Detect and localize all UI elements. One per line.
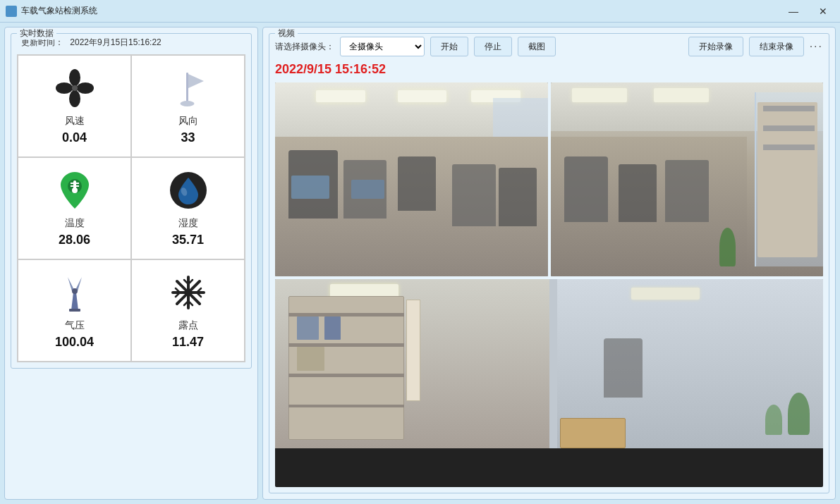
svg-point-3: [69, 90, 80, 107]
humidity-value: 35.71: [172, 233, 204, 247]
stop-button[interactable]: 停止: [474, 37, 512, 56]
window-controls: — ✕: [779, 0, 837, 23]
app-icon: [6, 6, 17, 17]
update-time-value: 2022年9月15日15:16:22: [70, 37, 161, 47]
temperature-value: 28.06: [59, 233, 90, 247]
sensor-humidity: 湿度 35.71: [131, 157, 245, 259]
svg-point-8: [180, 101, 194, 106]
sensor-wind-direction: 风向 33: [131, 55, 245, 157]
close-button[interactable]: ✕: [809, 1, 837, 21]
temperature-label: 温度: [65, 217, 85, 230]
main-content: 实时数据 更新时间： 2022年9月15日15:16:22: [0, 23, 840, 504]
fan-icon: [54, 67, 96, 109]
left-panel: 实时数据 更新时间： 2022年9月15日15:16:22: [4, 27, 258, 500]
svg-marker-16: [71, 293, 78, 310]
svg-point-4: [56, 82, 73, 94]
screenshot-button[interactable]: 截图: [518, 37, 556, 56]
end-record-button[interactable]: 结束录像: [749, 37, 804, 56]
svg-marker-7: [188, 74, 204, 88]
title-bar: 车载气象站检测系统 — ✕: [0, 0, 840, 23]
window-title: 车载气象站检测系统: [21, 5, 97, 17]
wind-direction-label: 风向: [178, 115, 198, 128]
sensor-wind-speed: 风速 0.04: [18, 55, 131, 157]
sensor-temperature: 温度 28.06: [18, 157, 131, 259]
dewpoint-value: 11.47: [172, 335, 204, 350]
humidity-icon: [167, 169, 209, 211]
svg-point-5: [72, 85, 78, 91]
video-timestamp: 2022/9/15 15:16:52: [275, 62, 823, 77]
camera-feed-3: [275, 279, 823, 487]
video-controls: 请选择摄像头： 全摄像头 摄像头1 摄像头2 摄像头3 开始 停止 截图 开始录…: [275, 37, 823, 56]
pressure-value: 100.04: [55, 335, 94, 350]
sensor-pressure: 气压 100.04: [18, 259, 131, 362]
camera-dropdown[interactable]: 全摄像头 摄像头1 摄像头2 摄像头3: [340, 37, 425, 56]
video-title: 视频: [275, 27, 298, 39]
minimize-button[interactable]: —: [779, 1, 808, 21]
pressure-label: 气压: [65, 319, 85, 332]
svg-point-19: [72, 288, 78, 294]
sensor-dewpoint: 露点 11.47: [131, 259, 245, 362]
svg-point-33: [185, 290, 191, 295]
wind-direction-value: 33: [181, 130, 195, 145]
start-button[interactable]: 开始: [430, 37, 468, 56]
humidity-label: 湿度: [178, 217, 198, 230]
svg-point-2: [77, 82, 94, 94]
camera-select-label: 请选择摄像头：: [275, 41, 334, 53]
windmill-icon: [54, 271, 96, 314]
svg-point-1: [69, 69, 80, 86]
dewpoint-icon: [167, 271, 209, 314]
dots-menu[interactable]: ···: [810, 40, 823, 53]
start-record-button[interactable]: 开始录像: [688, 37, 743, 56]
realtime-data-box: 实时数据 更新时间： 2022年9月15日15:16:22: [11, 33, 252, 369]
temp-icon: [54, 169, 96, 211]
video-box: 视频 请选择摄像头： 全摄像头 摄像头1 摄像头2 摄像头3 开始 停止 截图 …: [269, 33, 829, 493]
camera-feed-1: [275, 82, 548, 276]
video-grid: [275, 82, 823, 487]
svg-rect-6: [186, 73, 188, 104]
flag-icon: [167, 67, 209, 109]
svg-rect-20: [69, 309, 80, 312]
right-panel: 视频 请选择摄像头： 全摄像头 摄像头1 摄像头2 摄像头3 开始 停止 截图 …: [262, 27, 836, 500]
wind-speed-value: 0.04: [62, 130, 87, 145]
svg-point-13: [72, 188, 78, 193]
camera-feed-2: [551, 82, 824, 276]
wind-speed-label: 风速: [65, 115, 85, 128]
dewpoint-label: 露点: [178, 319, 198, 332]
sensor-grid: 风速 0.04 风向: [17, 54, 245, 362]
realtime-data-title: 实时数据: [17, 27, 56, 39]
